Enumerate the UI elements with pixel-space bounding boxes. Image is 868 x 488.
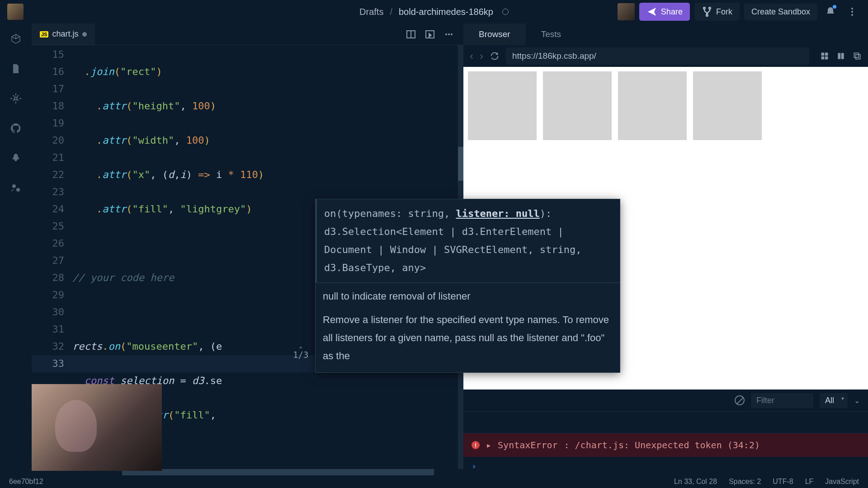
signature-text: on(typenames: string, listener: null): d…: [316, 199, 620, 282]
preview-icon[interactable]: [425, 29, 435, 40]
signature-desc: null to indicate removal of listener Rem…: [316, 282, 620, 372]
tab-filename: chart.js: [52, 29, 78, 39]
share-icon: [646, 6, 657, 17]
svg-rect-21: [854, 53, 859, 57]
create-sandbox-button[interactable]: Create Sandbox: [744, 4, 817, 20]
problems-header[interactable]: [463, 412, 868, 433]
webcam-overlay: [32, 384, 162, 471]
explorer-icon[interactable]: [9, 62, 22, 75]
error-row[interactable]: ! ▸ SyntaxError: /chart.js: Unexpected t…: [463, 433, 868, 457]
reload-icon[interactable]: [490, 51, 500, 61]
preview-rect: [468, 71, 537, 140]
tools-icon[interactable]: [820, 51, 829, 61]
deploy-icon[interactable]: [9, 152, 22, 164]
indent-info[interactable]: Spaces: 2: [729, 478, 761, 486]
preview-rect: [543, 71, 612, 140]
signature-counter: 1/3: [293, 350, 308, 360]
svg-rect-17: [821, 56, 825, 60]
live-icon[interactable]: [9, 182, 22, 194]
sandbox-icon[interactable]: [9, 33, 22, 45]
filter-input[interactable]: Filter: [751, 393, 813, 408]
svg-point-2: [706, 14, 708, 16]
chevron-down-icon[interactable]: ⌄: [854, 396, 860, 405]
svg-rect-18: [825, 56, 828, 60]
tests-tab[interactable]: Tests: [526, 23, 576, 45]
signature-tooltip: on(typenames: string, listener: null): d…: [315, 199, 620, 373]
svg-rect-22: [856, 55, 860, 59]
breadcrumb: Drafts / bold-archimedes-186kp: [359, 7, 509, 17]
settings-icon[interactable]: [9, 92, 22, 105]
forward-button[interactable]: ›: [480, 50, 483, 62]
back-button[interactable]: ‹: [470, 50, 473, 62]
svg-point-0: [703, 7, 705, 9]
popout-icon[interactable]: [853, 51, 862, 61]
svg-rect-16: [825, 53, 828, 56]
github-icon[interactable]: [9, 122, 22, 135]
js-badge-icon: JS: [40, 31, 48, 38]
layout-icon[interactable]: [836, 51, 845, 61]
globe-icon: [502, 9, 509, 15]
fork-icon: [702, 6, 712, 17]
status-bar: 6ee70bf12 Ln 33, Col 28 Spaces: 2 UTF-8 …: [0, 475, 868, 488]
svg-point-7: [12, 184, 16, 188]
svg-point-6: [14, 97, 17, 100]
signature-nav[interactable]: ⌃ 1/3: [293, 345, 308, 360]
kebab-icon: [847, 6, 858, 17]
clear-icon[interactable]: [735, 395, 745, 405]
dirty-dot-icon: [82, 32, 87, 37]
console-prompt[interactable]: ›: [463, 457, 868, 475]
menu-button[interactable]: [844, 3, 861, 20]
preview-rect: [618, 71, 687, 140]
split-editor-icon[interactable]: [406, 29, 416, 40]
sandbox-label: Create Sandbox: [751, 7, 810, 17]
breadcrumb-sep: /: [390, 7, 392, 17]
svg-point-3: [851, 8, 853, 9]
svg-point-12: [445, 33, 447, 35]
expand-icon[interactable]: ▸: [486, 440, 491, 450]
notification-dot: [833, 5, 836, 9]
fork-button[interactable]: Fork: [694, 3, 740, 21]
cursor-position[interactable]: Ln 33, Col 28: [674, 478, 717, 486]
error-msg: : /chart.js: Unexpected token (34:2): [564, 440, 760, 450]
svg-point-5: [851, 14, 853, 16]
svg-rect-15: [821, 53, 825, 56]
preview-rect: [693, 71, 762, 140]
browser-tab[interactable]: Browser: [463, 23, 526, 45]
commit-hash[interactable]: 6ee70bf12: [9, 478, 43, 486]
error-type: SyntaxError: [498, 440, 557, 450]
svg-point-14: [451, 33, 453, 35]
svg-point-1: [709, 7, 711, 9]
share-button[interactable]: Share: [639, 3, 690, 21]
breadcrumb-name[interactable]: bold-archimedes-186kp: [399, 7, 493, 17]
notifications-button[interactable]: [822, 3, 839, 20]
more-icon[interactable]: [443, 29, 454, 40]
fork-label: Fork: [716, 7, 732, 17]
language-info[interactable]: JavaScript: [825, 478, 859, 486]
encoding-info[interactable]: UTF-8: [773, 478, 793, 486]
url-input[interactable]: https://186kp.csb.app/: [506, 47, 809, 65]
log-level-select[interactable]: All: [820, 393, 848, 408]
svg-point-13: [448, 33, 450, 35]
svg-point-4: [851, 11, 853, 13]
eol-info[interactable]: LF: [805, 478, 814, 486]
breadcrumb-parent[interactable]: Drafts: [359, 7, 383, 17]
workspace-avatar[interactable]: [7, 4, 24, 20]
activity-bar: [0, 23, 32, 475]
user-avatar[interactable]: [618, 3, 635, 20]
svg-rect-19: [838, 53, 840, 59]
file-tab[interactable]: JS chart.js: [32, 23, 95, 45]
share-label: Share: [661, 7, 683, 17]
svg-rect-20: [841, 53, 844, 59]
error-icon: !: [472, 441, 480, 449]
